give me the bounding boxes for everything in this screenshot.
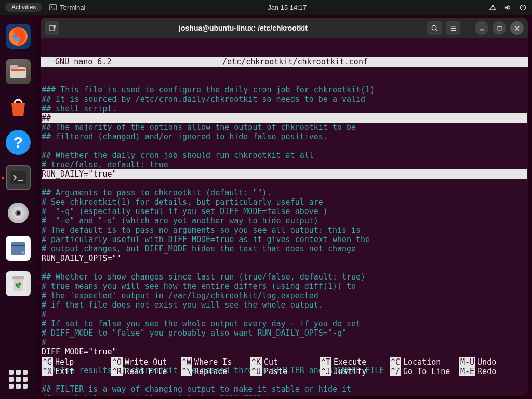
shortcut-label: Cut: [264, 357, 278, 367]
shortcut-key: ^X: [42, 367, 53, 376]
shortcut-label: Justify: [334, 367, 366, 376]
shortcut-label: Undo: [477, 357, 496, 367]
volume-icon[interactable]: [504, 4, 512, 11]
topbar-app-menu[interactable]: Terminal: [49, 4, 85, 11]
svg-rect-17: [11, 245, 25, 246]
shortcut-label: Write Out: [125, 357, 167, 367]
new-tab-button[interactable]: [45, 21, 59, 35]
activities-button[interactable]: Activities: [5, 3, 42, 12]
shortcut-label: Paste: [264, 367, 287, 376]
shortcut-key: ^G: [42, 357, 53, 367]
window-title: joshua@ubuntu-linux: /etc/chkrootkit: [63, 24, 423, 32]
nano-header: GNU nano 6.2 /etc/chkrootkit/chkrootkit.…: [41, 57, 528, 66]
dock-trash[interactable]: [6, 271, 31, 296]
nano-shortcut: ^\Replace: [181, 367, 248, 376]
shortcut-label: Read File: [125, 367, 167, 376]
file-line: RUN_DAILY_OPTS="": [42, 254, 122, 263]
file-line: ### This file is used to configure the d…: [42, 85, 375, 95]
window-titlebar[interactable]: joshua@ubuntu-linux: /etc/chkrootkit: [41, 18, 528, 38]
shortcut-key: M-U: [459, 357, 475, 367]
nano-shortcut: M-UUndo: [459, 357, 527, 367]
nano-shortcut: ^CLocation: [390, 357, 457, 367]
hamburger-menu[interactable]: [446, 21, 460, 35]
shortcut-label: Go To Line: [403, 367, 450, 376]
svg-line-22: [436, 30, 437, 31]
dock-software[interactable]: [6, 95, 31, 119]
file-line: ## Whether the daily cron job should run…: [42, 151, 314, 160]
shortcut-key: ^T: [320, 357, 331, 367]
shortcut-key: ^/: [390, 367, 401, 376]
file-line-highlight: RUN_DAILY="true": [42, 169, 527, 179]
shortcut-label: Where Is: [194, 357, 232, 367]
shortcut-key: ^\: [181, 367, 192, 376]
nano-shortcut: ^GHelp: [42, 357, 109, 367]
dock-disks-util[interactable]: [6, 236, 31, 261]
file-line: ## shell script.: [42, 104, 117, 113]
file-line-cursor: ##: [42, 113, 527, 123]
dock-disc[interactable]: [6, 201, 31, 225]
network-icon[interactable]: [489, 4, 497, 11]
shortcut-label: Execute: [334, 357, 366, 367]
nano-shortcut: ^TExecute: [320, 357, 388, 367]
close-button[interactable]: [510, 21, 524, 35]
file-line: # DIFF_MODE to "false" you probably also…: [42, 328, 347, 338]
ubuntu-dock: ?: [0, 15, 36, 399]
svg-rect-11: [10, 171, 26, 184]
file-line: #: [42, 310, 46, 319]
nano-version: GNU nano 6.2: [46, 57, 181, 66]
search-icon: [431, 24, 438, 32]
terminal-content[interactable]: GNU nano 6.2 /etc/chkrootkit/chkrootkit.…: [41, 38, 528, 396]
file-line: # particularly useful with DIFF_MODE=tru…: [42, 235, 370, 244]
maximize-button[interactable]: [493, 21, 506, 35]
dock-firefox[interactable]: [6, 24, 31, 49]
nano-shortcut: ^WWhere Is: [181, 357, 248, 367]
svg-rect-10: [11, 69, 25, 71]
dock-apps-grid[interactable]: [9, 370, 28, 389]
power-icon[interactable]: [519, 4, 527, 11]
shortcut-key: ^W: [181, 357, 192, 367]
nano-shortcut: ^UPaste: [250, 367, 318, 376]
shortcut-label: Help: [55, 357, 74, 367]
minimize-button[interactable]: [475, 21, 488, 35]
file-line: ## The majority of the options allow the…: [42, 123, 356, 132]
gnome-topbar: Activities Terminal Jan 15 14:17: [0, 0, 532, 15]
nano-shortcut: ^OWrite Out: [111, 357, 179, 367]
svg-point-18: [22, 251, 24, 254]
file-line: # "-q" (especially useful if you set DIF…: [42, 207, 328, 216]
file-line: ## filtered (changed) and/or ignored to …: [42, 132, 328, 141]
file-line: # true means you will see how the entire…: [42, 282, 356, 291]
file-line: ## Whether to show changes since last ru…: [42, 272, 365, 282]
shortcut-label: Redo: [477, 367, 496, 376]
nano-shortcut: M-ERedo: [459, 367, 527, 376]
nano-shortcut: ^/Go To Line: [390, 367, 457, 376]
file-line: ## It is sourced by /etc/cron.daily/chkr…: [42, 95, 365, 104]
svg-rect-24: [498, 26, 501, 30]
dock-help[interactable]: ?: [6, 130, 31, 155]
svg-rect-20: [49, 25, 54, 30]
shortcut-key: ^U: [250, 367, 262, 376]
file-line: # output changes, but DIFF_MODE hides th…: [42, 244, 356, 254]
file-line: # true/false, default: true: [42, 160, 168, 169]
shortcut-key: ^K: [250, 357, 262, 367]
nano-shortcut: ^KCut: [250, 357, 318, 367]
file-line: # If set to false you see the whole outp…: [42, 319, 361, 328]
shortcut-key: ^R: [111, 367, 123, 376]
svg-point-15: [17, 211, 20, 215]
nano-file-path: /etc/chkrootkit/chkrootkit.conf: [181, 57, 523, 66]
menu-icon: [449, 24, 457, 32]
file-line: # if that file does not exist you will s…: [42, 300, 323, 310]
search-button[interactable]: [427, 21, 442, 35]
terminal-small-icon: [49, 4, 57, 11]
shortcut-label: Exit: [55, 367, 74, 376]
shortcut-key: ^J: [320, 367, 331, 376]
nano-shortcut: ^JJustify: [320, 367, 388, 376]
dock-terminal[interactable]: [6, 165, 31, 190]
question-icon: ?: [14, 134, 23, 151]
dock-files[interactable]: [6, 59, 31, 84]
topbar-clock[interactable]: Jan 15 14:17: [85, 4, 489, 11]
topbar-app-label: Terminal: [60, 4, 85, 11]
shortcut-key: ^O: [111, 357, 123, 367]
nano-shortcut: ^RRead File: [111, 367, 179, 376]
shortcut-key: M-E: [459, 367, 475, 376]
maximize-icon: [496, 24, 503, 32]
